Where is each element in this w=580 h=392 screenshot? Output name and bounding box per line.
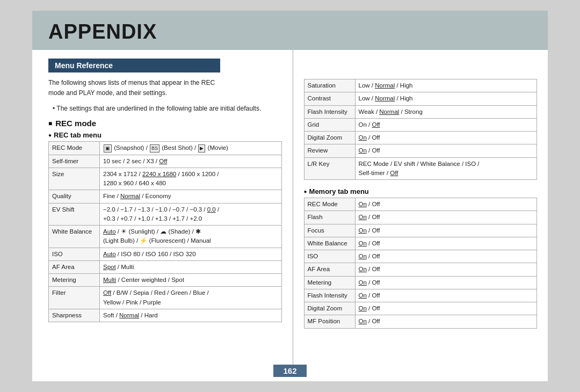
- label-cell: Flash: [304, 211, 355, 224]
- movie-icon: ▶: [198, 144, 205, 153]
- table-row: Size 2304 x 1712 / 2240 x 1680 / 1600 x …: [49, 168, 282, 190]
- label-cell: Sharpness: [49, 309, 100, 322]
- page-title: APPENDIX: [48, 20, 532, 43]
- value-cell: On / Off: [355, 224, 537, 237]
- table-row: Grid On / Off: [304, 118, 537, 131]
- value-cell: 2304 x 1712 / 2240 x 1680 / 1600 x 1200 …: [100, 168, 282, 190]
- label-cell: Self-timer: [49, 155, 100, 168]
- value-cell: Fine / Normal / Economy: [100, 190, 282, 203]
- table-row: AF Area Spot / Multi: [49, 260, 282, 273]
- table-row: White Balance On / Off: [304, 237, 537, 250]
- label-cell: Focus: [304, 224, 355, 237]
- table-row: Flash Intensity Weak / Normal / Strong: [304, 105, 537, 118]
- rec-tab-table: REC Mode ▣ (Snapshot) / BS (Best Shot) /…: [48, 141, 282, 322]
- label-cell: White Balance: [49, 226, 100, 248]
- content-area: Menu Reference The following shows lists…: [32, 50, 548, 365]
- label-cell: White Balance: [304, 237, 355, 250]
- value-cell: On / Off: [355, 237, 537, 250]
- value-cell: Multi / Center weighted / Spot: [100, 274, 282, 287]
- value-cell: Off / B/W / Sepia / Red / Green / Blue /…: [100, 287, 282, 309]
- value-cell: REC Mode / EV shift / White Balance / IS…: [355, 157, 537, 180]
- value-cell: Weak / Normal / Strong: [355, 105, 537, 118]
- table-row: Contrast Low / Normal / High: [304, 92, 537, 105]
- label-cell: Flash Intensity: [304, 289, 355, 302]
- top-right-table: Saturation Low / Normal / High Contrast …: [304, 79, 538, 180]
- page-number: 162: [273, 365, 306, 377]
- table-row: Saturation Low / Normal / High: [304, 79, 537, 92]
- label-cell: Metering: [49, 274, 100, 287]
- label-cell: L/R Key: [304, 157, 355, 180]
- value-cell: Soft / Normal / Hard: [100, 309, 282, 322]
- label-cell: Metering: [304, 276, 355, 289]
- table-row: White Balance Auto / ☀ (Sunlight) / ☁ (S…: [49, 226, 282, 248]
- table-row: AF Area On / Off: [304, 263, 537, 276]
- label-cell: Saturation: [304, 79, 355, 92]
- value-cell: On / Off: [355, 302, 537, 315]
- value-cell: 10 sec / 2 sec / X3 / Off: [100, 155, 282, 168]
- table-row: Metering Multi / Center weighted / Spot: [49, 274, 282, 287]
- right-column: Saturation Low / Normal / High Contrast …: [293, 50, 548, 365]
- value-cell: On / Off: [355, 276, 537, 289]
- table-row: Focus On / Off: [304, 224, 537, 237]
- value-cell: On / Off: [355, 118, 537, 131]
- label-cell: Quality: [49, 190, 100, 203]
- table-row: REC Mode ▣ (Snapshot) / BS (Best Shot) /…: [49, 142, 282, 155]
- snapshot-icon: ▣: [104, 144, 112, 153]
- value-cell: Spot / Multi: [100, 260, 282, 273]
- label-cell: AF Area: [49, 260, 100, 273]
- label-cell: Grid: [304, 118, 355, 131]
- label-cell: Digital Zoom: [304, 302, 355, 315]
- value-cell: Auto / ISO 80 / ISO 160 / ISO 320: [100, 248, 282, 260]
- label-cell: EV Shift: [49, 203, 100, 226]
- label-cell: Flash Intensity: [304, 105, 355, 118]
- table-row: L/R Key REC Mode / EV shift / White Bala…: [304, 157, 537, 180]
- intro-bullet: • The settings that are underlined in th…: [53, 104, 282, 113]
- label-cell: Contrast: [304, 92, 355, 105]
- table-row: Digital Zoom On / Off: [304, 302, 537, 315]
- table-row: REC Mode On / Off: [304, 198, 537, 211]
- label-cell: Filter: [49, 287, 100, 309]
- value-cell: On / Off: [355, 315, 537, 328]
- label-cell: ISO: [49, 248, 100, 260]
- footer: 162: [32, 365, 548, 381]
- rec-mode-heading: REC mode: [48, 119, 282, 128]
- value-cell: Low / Normal / High: [355, 79, 537, 92]
- label-cell: AF Area: [304, 263, 355, 276]
- table-row: MF Position On / Off: [304, 315, 537, 328]
- value-cell: On / Off: [355, 132, 537, 144]
- value-cell: On / Off: [355, 144, 537, 157]
- table-row: Sharpness Soft / Normal / Hard: [49, 309, 282, 322]
- intro-line1: The following shows lists of menus that …: [48, 78, 282, 98]
- label-cell: Review: [304, 144, 355, 157]
- table-row: Review On / Off: [304, 144, 537, 157]
- rec-tab-heading: REC tab menu: [48, 131, 282, 139]
- label-cell: Size: [49, 168, 100, 190]
- label-cell: Digital Zoom: [304, 132, 355, 144]
- value-cell: On / Off: [355, 250, 537, 263]
- table-row: Quality Fine / Normal / Economy: [49, 190, 282, 203]
- table-row: Filter Off / B/W / Sepia / Red / Green /…: [49, 287, 282, 309]
- left-column: Menu Reference The following shows lists…: [32, 50, 293, 365]
- value-cell: On / Off: [355, 198, 537, 211]
- table-row: EV Shift −2.0 / −1.7 / −1.3 / −1.0 / −0.…: [49, 203, 282, 226]
- value-cell: On / Off: [355, 211, 537, 224]
- label-cell: ISO: [304, 250, 355, 263]
- table-row: Flash On / Off: [304, 211, 537, 224]
- label-cell: REC Mode: [49, 142, 100, 155]
- table-row: ISO Auto / ISO 80 / ISO 160 / ISO 320: [49, 248, 282, 260]
- label-cell: REC Mode: [304, 198, 355, 211]
- page: APPENDIX Menu Reference The following sh…: [32, 11, 548, 381]
- table-row: ISO On / Off: [304, 250, 537, 263]
- value-cell: Auto / ☀ (Sunlight) / ☁ (Shade) / ✱(Ligh…: [100, 226, 282, 248]
- value-cell: ▣ (Snapshot) / BS (Best Shot) / ▶ (Movie…: [100, 142, 282, 155]
- table-row: Flash Intensity On / Off: [304, 289, 537, 302]
- table-row: Self-timer 10 sec / 2 sec / X3 / Off: [49, 155, 282, 168]
- bs-icon: BS: [150, 144, 160, 153]
- table-row: Metering On / Off: [304, 276, 537, 289]
- value-cell: Low / Normal / High: [355, 92, 537, 105]
- value-cell: On / Off: [355, 289, 537, 302]
- memory-tab-table: REC Mode On / Off Flash On / Off Focus O…: [304, 198, 538, 329]
- label-cell: MF Position: [304, 315, 355, 328]
- menu-reference-header: Menu Reference: [48, 59, 220, 72]
- value-cell: −2.0 / −1.7 / −1.3 / −1.0 / −0.7 / −0.3 …: [100, 203, 282, 226]
